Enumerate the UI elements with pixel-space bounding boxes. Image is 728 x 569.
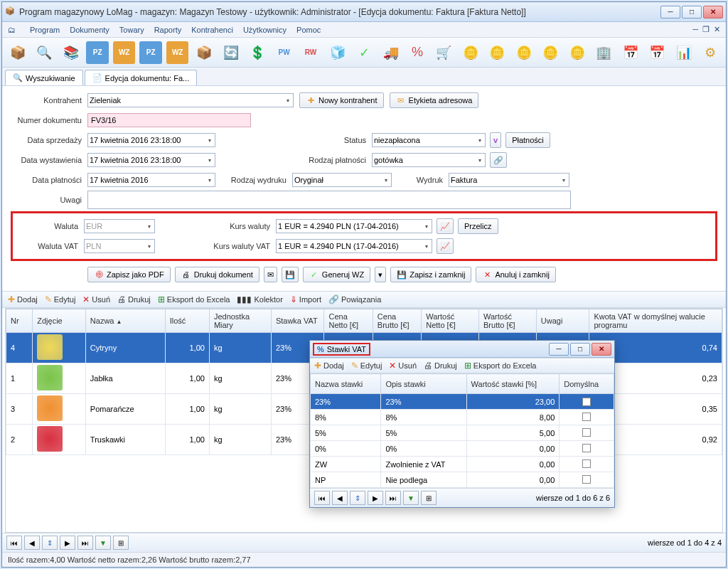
truck-icon[interactable]: 🚚 [380, 41, 402, 64]
popup-usun[interactable]: ✕Usuń [389, 361, 417, 371]
data-wystawienia-picker[interactable]: 17 kwietnia 2016 23:18:00 [87, 153, 215, 167]
popup-edytuj[interactable]: ✎Edytuj [351, 361, 382, 371]
coins4-icon[interactable]: 🪙 [540, 41, 562, 64]
pzk-icon[interactable]: PZ [139, 41, 161, 64]
maximize-button[interactable]: □ [682, 6, 702, 18]
nav-last[interactable]: ⏭ [77, 536, 93, 550]
kurs-waluty-select[interactable]: 1 EUR = 4.2940 PLN (17-04-2016) [276, 219, 432, 233]
grid-header[interactable]: Stawka VAT [271, 309, 324, 333]
popup-header[interactable]: Wartość stawki [%] [466, 374, 560, 394]
tab-wyszukiwanie[interactable]: 🔍 Wyszukiwanie [5, 70, 83, 85]
calendar1-icon[interactable]: 📅 [619, 41, 641, 64]
popup-drukuj[interactable]: 🖨Drukuj [424, 361, 457, 371]
pnav-updown[interactable]: ⇕ [350, 491, 365, 505]
waluta-select[interactable]: EUR [84, 219, 155, 233]
menu-kontrahenci[interactable]: Kontrahenci [191, 26, 233, 34]
gear-icon[interactable]: ⚙ [700, 41, 722, 64]
nav-first[interactable]: ⏮ [6, 536, 22, 550]
pnav-first[interactable]: ⏮ [314, 491, 330, 505]
grid-header[interactable]: Cena Brutto [€] [373, 309, 421, 333]
data-platnosci-picker[interactable]: 17 kwietnia 2016 [87, 173, 215, 187]
pnav-config[interactable]: ⊞ [421, 491, 437, 505]
pnav-last[interactable]: ⏭ [385, 491, 401, 505]
popup-header[interactable]: Domyślna [560, 374, 614, 394]
wz-dropdown[interactable]: ▾ [375, 267, 386, 282]
usun-button[interactable]: ✕Usuń [82, 294, 110, 304]
edytuj-button[interactable]: ✎Edytuj [45, 294, 76, 304]
status-select[interactable]: niezapłacona [372, 133, 486, 147]
check-icon[interactable]: ✓ [353, 41, 375, 64]
rodzaj-icon-button[interactable]: 🔗 [490, 152, 507, 168]
nav-prev[interactable]: ◀ [24, 536, 40, 550]
grid-header[interactable]: Cena Netto [€] [324, 309, 373, 333]
waluta-vat-select[interactable]: PLN [84, 239, 155, 253]
kurs-waluty-vat-select[interactable]: 1 EUR = 4.2940 PLN (17-04-2016) [276, 239, 432, 253]
pnav-prev[interactable]: ◀ [332, 491, 348, 505]
uwagi-input[interactable] [87, 191, 571, 209]
popup-dodaj[interactable]: ✚Dodaj [314, 361, 344, 371]
eksport-button[interactable]: ⊞Eksport do Excela [158, 294, 230, 304]
pnav-filter[interactable]: ▼ [403, 491, 419, 505]
building-icon[interactable]: 🏢 [593, 41, 615, 64]
status-icon-button[interactable]: v [490, 132, 501, 148]
grid-header[interactable]: Jednostka Miary [209, 309, 271, 333]
wydruk-select[interactable]: Faktura [449, 173, 569, 187]
close-button[interactable]: ✕ [703, 6, 723, 18]
popup-eksport[interactable]: ⊞Eksport do Excela [464, 361, 537, 371]
email-button[interactable]: ✉ [264, 267, 277, 282]
nav-filter[interactable]: ▼ [95, 536, 111, 550]
nav-next[interactable]: ▶ [60, 536, 75, 550]
data-sprzedazy-picker[interactable]: 17 kwietnia 2016 23:18:00 [87, 133, 215, 147]
popup-minimize[interactable]: ─ [549, 343, 569, 356]
menu-uzytkownicy[interactable]: Użytkownicy [243, 26, 287, 34]
mdi-minimize[interactable]: ─ [692, 25, 698, 34]
coins2-icon[interactable]: 🪙 [486, 41, 508, 64]
menu-dokumenty[interactable]: Dokumenty [70, 26, 109, 34]
percent-icon[interactable]: % [406, 41, 428, 64]
popup-close[interactable]: ✕ [592, 343, 611, 356]
drukuj-button[interactable]: 🖨Drukuj dokument [175, 267, 259, 282]
popup-row[interactable]: 23%23%23,00✓ [311, 394, 614, 410]
kontrahent-select[interactable]: Zieleniak [87, 93, 294, 107]
generuj-wz-button[interactable]: ✓Generuj WZ [303, 267, 370, 282]
save-button[interactable]: 💾 [282, 267, 299, 282]
popup-row[interactable]: 8%8%8,00 [311, 410, 614, 425]
kolektor-button[interactable]: ▮▮▮Kolektor [237, 294, 282, 304]
grid-header[interactable]: Kwota VAT w domyślnej walucie programu [589, 309, 722, 333]
box-icon[interactable]: 📦 [6, 41, 28, 64]
grid-header[interactable]: Nr [6, 309, 33, 333]
menu-raporty[interactable]: Raporty [154, 26, 182, 34]
coins3-icon[interactable]: 🪙 [513, 41, 535, 64]
menu-pomoc[interactable]: Pomoc [296, 26, 321, 34]
box2-icon[interactable]: 📦 [193, 41, 215, 64]
dodaj-button[interactable]: ✚Dodaj [8, 294, 38, 304]
popup-row[interactable]: NPNie podlega0,00 [311, 472, 614, 488]
import-button[interactable]: ⇓Import [290, 294, 321, 304]
popup-row[interactable]: ZWZwolnienie z VAT0,00 [311, 457, 614, 472]
grid-header[interactable]: Wartość Netto [€] [422, 309, 479, 333]
popup-row[interactable]: 5%5%5,00 [311, 425, 614, 441]
grid-header[interactable]: Zdjęcie [33, 309, 86, 333]
popup-header[interactable]: Nazwa stawki [311, 374, 381, 394]
grid-header[interactable]: Nazwa ▲ [85, 309, 165, 333]
nav-config[interactable]: ⊞ [113, 536, 129, 550]
money-icon[interactable]: 💲 [246, 41, 268, 64]
menu-program[interactable]: Program [30, 26, 60, 34]
kurs-icon-button[interactable]: 📈 [437, 218, 454, 234]
kurs-vat-icon-button[interactable]: 📈 [437, 238, 454, 254]
zapisz-pdf-button[interactable]: 🞋Zapisz jako PDF [87, 267, 171, 282]
grid-header[interactable]: Wartość Brutto [€] [479, 309, 537, 333]
mdi-restore[interactable]: ❐ [702, 25, 710, 34]
minimize-button[interactable]: ─ [660, 6, 680, 18]
pnav-next[interactable]: ▶ [368, 491, 383, 505]
cart-icon[interactable]: 🛒 [433, 41, 455, 64]
grid-header[interactable]: Uwagi [536, 309, 589, 333]
rodzaj-wydruku-select[interactable]: Oryginał [292, 173, 392, 187]
wz-icon[interactable]: WZ [113, 41, 135, 64]
rw-icon[interactable]: RW [299, 41, 321, 64]
pw-icon[interactable]: PW [273, 41, 295, 64]
chart-icon[interactable]: 📊 [673, 41, 695, 64]
numer-input[interactable] [87, 113, 251, 127]
coins1-icon[interactable]: 🪙 [459, 41, 481, 64]
zapisz-zamknij-button[interactable]: 💾Zapisz i zamknij [390, 267, 471, 282]
